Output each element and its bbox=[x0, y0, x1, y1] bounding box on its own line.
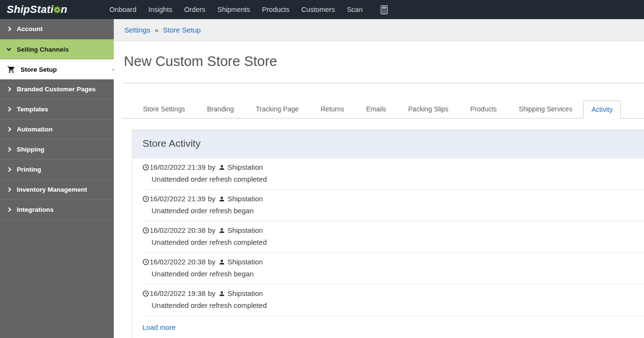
chevron-right-icon bbox=[7, 107, 11, 112]
activity-timestamp: 16/02/2022 20:38 bbox=[150, 258, 206, 266]
activity-entry: 16/02/2022 21:39 by Shipstation Unattend… bbox=[142, 158, 644, 190]
sidebar-item-label: Integrations bbox=[17, 206, 54, 213]
logo-text-suffix: n bbox=[61, 3, 67, 15]
main-content: Settings » Store Setup New Custom Store … bbox=[114, 19, 644, 338]
clock-icon bbox=[142, 196, 149, 202]
activity-message: Unattended order refresh began bbox=[152, 270, 644, 278]
clock-icon bbox=[142, 290, 149, 297]
clock-icon bbox=[142, 164, 149, 171]
page-header: New Custom Store Store bbox=[122, 41, 644, 83]
user-icon bbox=[218, 164, 225, 171]
activity-entry: 16/02/2022 21:39 by Shipstation Unattend… bbox=[142, 190, 644, 221]
sidebar-item-inventory-management[interactable]: Inventory Management bbox=[0, 180, 114, 200]
store-tabs: Store Settings Branding Tracking Page Re… bbox=[122, 100, 644, 119]
activity-by-label: by bbox=[208, 258, 216, 266]
sidebar-item-label: Branded Customer Pages bbox=[17, 86, 96, 93]
activity-entry: 16/02/2022 20:38 by Shipstation Unattend… bbox=[142, 221, 644, 253]
sidebar-item-label: Account bbox=[17, 25, 43, 33]
breadcrumb-separator: » bbox=[154, 26, 158, 34]
activity-by-label: by bbox=[208, 195, 216, 203]
breadcrumb: Settings » Store Setup bbox=[114, 19, 644, 41]
breadcrumb-link-store-setup[interactable]: Store Setup bbox=[163, 26, 201, 34]
activity-user: Shipstation bbox=[228, 289, 263, 297]
activity-list: 16/02/2022 21:39 by Shipstation Unattend… bbox=[132, 158, 644, 338]
gear-logo-icon bbox=[53, 6, 61, 14]
chevron-right-icon bbox=[7, 147, 11, 152]
user-icon bbox=[218, 196, 225, 202]
tab-packing-slips[interactable]: Packing Slips bbox=[397, 100, 459, 118]
page-title: New Custom Store Store bbox=[124, 54, 644, 69]
calculator-icon[interactable] bbox=[379, 5, 389, 15]
activity-timestamp: 16/02/2022 20:38 bbox=[150, 226, 206, 234]
nav-item-shipments[interactable]: Shipments bbox=[218, 6, 251, 13]
activity-user: Shipstation bbox=[228, 226, 263, 234]
sidebar-item-label: Store Setup bbox=[21, 66, 57, 73]
sidebar-item-branded-customer-pages[interactable]: Branded Customer Pages bbox=[0, 79, 114, 99]
tab-store-settings[interactable]: Store Settings bbox=[132, 100, 196, 118]
chevron-right-icon bbox=[7, 187, 11, 192]
nav-item-insights[interactable]: Insights bbox=[148, 6, 172, 13]
tab-shipping-services[interactable]: Shipping Services bbox=[508, 100, 583, 118]
activity-user: Shipstation bbox=[228, 163, 263, 171]
sidebar-item-shipping[interactable]: Shipping bbox=[0, 140, 114, 160]
activity-message: Unattended order refresh completed bbox=[152, 238, 644, 246]
sidebar-item-printing[interactable]: Printing bbox=[0, 160, 114, 180]
activity-by-label: by bbox=[208, 226, 216, 234]
shipstation-logo[interactable]: ShipStatin bbox=[7, 3, 67, 16]
clock-icon bbox=[142, 259, 149, 265]
settings-sidebar: Account Selling Channels Store Setup Bra… bbox=[0, 19, 114, 338]
tab-tracking-page[interactable]: Tracking Page bbox=[245, 100, 310, 118]
sidebar-item-templates[interactable]: Templates bbox=[0, 99, 114, 120]
activity-timestamp: 16/02/2022 21:39 bbox=[150, 163, 206, 171]
tab-emails[interactable]: Emails bbox=[355, 100, 397, 118]
tab-returns[interactable]: Returns bbox=[310, 100, 355, 118]
user-icon bbox=[218, 227, 225, 234]
nav-item-scan[interactable]: Scan bbox=[347, 6, 362, 13]
activity-by-label: by bbox=[208, 289, 216, 297]
activity-entry: 16/02/2022 20:38 by Shipstation Unattend… bbox=[142, 253, 644, 284]
activity-message: Unattended order refresh completed bbox=[152, 175, 644, 183]
chevron-down-icon bbox=[7, 46, 11, 51]
activity-timestamp: 16/02/2022 19:38 bbox=[150, 289, 206, 297]
top-navbar: ShipStatin Onboard Insights Orders Shipm… bbox=[0, 0, 644, 19]
chevron-right-icon bbox=[7, 207, 11, 212]
activity-message: Unattended order refresh completed bbox=[152, 301, 644, 309]
activity-user: Shipstation bbox=[228, 195, 263, 203]
activity-entry: 16/02/2022 19:38 by Shipstation Unattend… bbox=[142, 284, 644, 316]
clock-icon bbox=[142, 227, 149, 234]
chevron-right-icon bbox=[7, 167, 11, 172]
sidebar-item-selling-channels[interactable]: Selling Channels bbox=[0, 39, 114, 59]
sidebar-item-account[interactable]: Account bbox=[0, 19, 114, 39]
nav-item-orders[interactable]: Orders bbox=[184, 6, 205, 13]
tab-activity[interactable]: Activity bbox=[583, 100, 621, 119]
main-menu: Onboard Insights Orders Shipments Produc… bbox=[109, 5, 390, 15]
breadcrumb-link-settings[interactable]: Settings bbox=[124, 26, 150, 34]
chevron-right-icon bbox=[7, 27, 11, 32]
nav-item-products[interactable]: Products bbox=[262, 6, 289, 13]
user-icon bbox=[218, 259, 225, 265]
load-more-link[interactable]: Load more bbox=[142, 324, 175, 331]
user-icon bbox=[218, 290, 225, 297]
load-more-row: Load more bbox=[142, 316, 644, 338]
sidebar-item-label: Printing bbox=[17, 166, 41, 173]
sidebar-item-label: Automation bbox=[17, 126, 53, 133]
sidebar-item-integrations[interactable]: Integrations bbox=[0, 200, 114, 220]
activity-timestamp: 16/02/2022 21:39 bbox=[150, 195, 206, 203]
activity-by-label: by bbox=[208, 163, 216, 171]
logo-text-prefix: ShipStati bbox=[7, 3, 54, 15]
nav-item-onboard[interactable]: Onboard bbox=[109, 6, 136, 13]
nav-item-customers[interactable]: Customers bbox=[301, 6, 335, 13]
sidebar-item-automation[interactable]: Automation bbox=[0, 120, 114, 140]
sidebar-item-label: Selling Channels bbox=[17, 46, 69, 53]
store-activity-panel: Store Activity 16/02/2022 21:39 by Ships… bbox=[132, 130, 644, 338]
panel-title: Store Activity bbox=[132, 130, 644, 158]
activity-user: Shipstation bbox=[228, 258, 263, 266]
chevron-right-icon bbox=[7, 87, 11, 92]
sidebar-item-label: Shipping bbox=[17, 146, 44, 153]
tab-branding[interactable]: Branding bbox=[196, 100, 245, 118]
cart-icon bbox=[7, 65, 15, 74]
chevron-right-icon bbox=[7, 127, 11, 132]
tab-products[interactable]: Products bbox=[459, 100, 508, 118]
activity-message: Unattended order refresh began bbox=[152, 207, 644, 215]
sidebar-item-store-setup[interactable]: Store Setup bbox=[0, 59, 114, 79]
